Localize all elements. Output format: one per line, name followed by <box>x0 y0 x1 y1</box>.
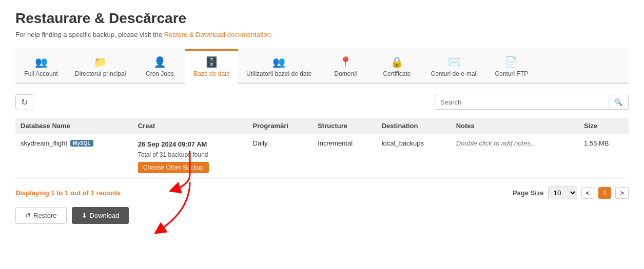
tab-conturi-email[interactable]: ✉️Conturi de e-mail <box>423 49 486 82</box>
display-info: Displaying 1 to 1 out of 1 records <box>15 189 121 197</box>
tab-label-full-account: Full Account <box>24 70 57 77</box>
col-header-size: Size <box>579 118 629 134</box>
tab-conturi-ftp[interactable]: 📄Conturi FTP <box>486 49 537 82</box>
db-name-cell: skydream_flight MySQL <box>15 134 133 179</box>
toolbar: ↻ 🔍 <box>15 94 629 110</box>
col-header-destination: Destination <box>377 118 451 134</box>
pagination-controls: Page Size 10 25 50 100 < 1 > <box>513 187 629 199</box>
page-size-label: Page Size <box>513 189 544 197</box>
next-page-button[interactable]: > <box>615 187 629 199</box>
notes-cell[interactable]: Double click to add notes... <box>451 134 579 179</box>
size-cell: 1.55 MB <box>579 134 629 179</box>
tabs-bar: 👥Full Account📁Directorul principal👤Cron … <box>15 49 629 84</box>
docs-link[interactable]: Restore & Download documentation. <box>164 31 273 38</box>
col-header-notes: Notes <box>451 118 579 134</box>
tab-icon-baze-date: 🗄️ <box>205 56 218 68</box>
tab-icon-full-account: 👥 <box>35 56 48 68</box>
page-size-select[interactable]: 10 25 50 100 <box>548 187 577 199</box>
col-header-creat: Creat <box>133 118 248 134</box>
download-button[interactable]: ⬇ Download <box>72 207 129 224</box>
tab-label-cron-jobs: Cron Jobs <box>146 70 174 77</box>
restore-icon: ↺ <box>25 212 31 219</box>
tab-icon-conturi-email: ✉️ <box>448 56 461 68</box>
subtitle: For help finding a specific backup, plea… <box>15 31 629 38</box>
restore-button[interactable]: ↺ Restore <box>15 207 67 224</box>
current-page: 1 <box>598 187 611 199</box>
tab-icon-domenii: 📍 <box>339 56 352 68</box>
col-header-structure: Structure <box>313 118 377 134</box>
search-button[interactable]: 🔍 <box>609 95 629 110</box>
action-buttons: ↺ Restore ⬇ Download <box>15 207 629 224</box>
table-container: Database NameCreatProgramăriStructureDes… <box>15 118 629 179</box>
tab-label-conturi-email: Conturi de e-mail <box>431 70 478 77</box>
table-row: skydream_flight MySQL 26 Sep 2024 09:07 … <box>15 134 629 179</box>
created-date: 26 Sep 2024 09:07 AM <box>138 139 243 150</box>
tab-certificate[interactable]: 🔒Certificate <box>372 49 423 82</box>
pagination-area: Displaying 1 to 1 out of 1 records Page … <box>15 187 629 199</box>
tab-domenii[interactable]: 📍Domenii <box>320 49 372 82</box>
tab-label-utilizatorii: Utilizatorii bazei de date <box>246 70 311 77</box>
page-title: Restaurare & Descărcare <box>15 10 629 27</box>
tab-director[interactable]: 📁Directorul principal <box>67 49 134 82</box>
tab-utilizatorii[interactable]: 👥Utilizatorii bazei de date <box>238 49 320 82</box>
tab-label-director: Directorul principal <box>75 70 126 77</box>
prev-page-button[interactable]: < <box>581 187 595 199</box>
pagination-to: 1 <box>65 189 68 197</box>
db-type-badge: MySQL <box>70 140 93 147</box>
tab-baze-date[interactable]: 🗄️Baze de date <box>185 49 238 84</box>
choose-backup-button[interactable]: Choose Other Backup <box>138 162 209 173</box>
destination-cell: local_backups <box>377 134 451 179</box>
search-icon: 🔍 <box>614 98 623 106</box>
data-table: Database NameCreatProgramăriStructureDes… <box>15 118 629 179</box>
tab-label-domenii: Domenii <box>335 70 357 77</box>
db-name-text: skydream_flight <box>21 139 67 147</box>
col-header-db-name: Database Name <box>15 118 133 134</box>
table-header: Database NameCreatProgramăriStructureDes… <box>15 118 629 134</box>
tab-cron-jobs[interactable]: 👤Cron Jobs <box>134 49 185 82</box>
backup-count: Total of 31 backups found <box>138 150 243 160</box>
refresh-button[interactable]: ↻ <box>15 94 33 110</box>
tab-label-baze-date: Baze de date <box>193 70 230 77</box>
search-input[interactable] <box>435 95 609 110</box>
download-icon: ⬇ <box>82 212 87 219</box>
tab-icon-director: 📁 <box>94 56 107 68</box>
structure-cell: Incremental <box>313 134 377 179</box>
tab-full-account[interactable]: 👥Full Account <box>15 49 67 82</box>
search-area: 🔍 <box>435 95 629 110</box>
tab-icon-utilizatorii: 👥 <box>272 56 285 68</box>
pagination-from: 1 <box>51 189 54 197</box>
tab-label-certificate: Certificate <box>383 70 411 77</box>
col-header-programari: Programări <box>248 118 313 134</box>
programari-cell: Daily <box>248 134 313 179</box>
tab-icon-cron-jobs: 👤 <box>153 56 166 68</box>
tab-icon-conturi-ftp: 📄 <box>505 56 518 68</box>
pagination-total: 1 <box>91 189 94 197</box>
created-cell: 26 Sep 2024 09:07 AM Total of 31 backups… <box>133 134 248 179</box>
table-body: skydream_flight MySQL 26 Sep 2024 09:07 … <box>15 134 629 179</box>
tab-label-conturi-ftp: Conturi FTP <box>495 70 529 77</box>
tab-icon-certificate: 🔒 <box>391 56 403 68</box>
